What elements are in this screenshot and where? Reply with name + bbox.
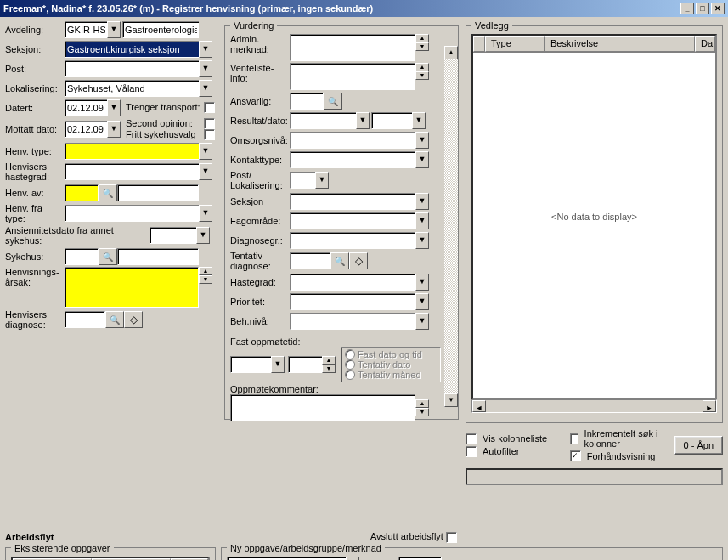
seksjon-dropdown-button[interactable]: ▼	[199, 41, 212, 58]
fastopp-date-input[interactable]	[230, 356, 271, 373]
fastopp-time-down[interactable]: ▼	[322, 365, 336, 373]
resultat-dropdown-button[interactable]: ▼	[356, 112, 370, 129]
henvtype-dropdown-button[interactable]: ▼	[199, 143, 212, 160]
diagnose-code-input[interactable]	[65, 311, 105, 328]
prioritet-input[interactable]	[290, 293, 415, 310]
mottatt-dropdown-button[interactable]: ▼	[107, 121, 121, 138]
tentativ-clear-button[interactable]	[349, 252, 368, 269]
vedlegg-hscrollbar[interactable]: ◄ ►	[471, 399, 717, 413]
avdeling-code-input[interactable]	[65, 21, 107, 38]
sykehus-code-input[interactable]	[65, 248, 99, 265]
fagomrade-dropdown-button[interactable]: ▼	[415, 212, 429, 229]
lokalisering-input[interactable]	[65, 80, 199, 97]
col-beskrivelse-header[interactable]: Beskrivelse	[545, 36, 695, 52]
henvfratype-dropdown-button[interactable]: ▼	[199, 205, 212, 222]
hastegrad2-input[interactable]	[290, 274, 415, 291]
tentdato-radio[interactable]	[345, 359, 355, 370]
arsak-up-button[interactable]: ▲	[199, 267, 212, 275]
avdeling-code-dropdown-button[interactable]: ▼	[107, 21, 121, 38]
maximize-button[interactable]: □	[696, 3, 709, 14]
henvfratype-input[interactable]	[65, 205, 199, 222]
kolonneliste-checkbox[interactable]	[466, 433, 477, 444]
hastegrad2-dropdown-button[interactable]: ▼	[415, 274, 429, 291]
transport-checkbox[interactable]	[204, 102, 215, 113]
arsak-textarea[interactable]	[65, 267, 199, 308]
col-type-header[interactable]: Type	[485, 36, 545, 52]
tentmaned-radio[interactable]	[345, 370, 355, 380]
behniva-dropdown-button[interactable]: ▼	[415, 313, 429, 330]
oppkommentar-textarea[interactable]	[230, 394, 415, 421]
mottatt-input[interactable]	[65, 121, 107, 138]
omsorg-dropdown-button[interactable]: ▼	[415, 132, 429, 149]
post-input[interactable]	[65, 60, 199, 77]
omsorg-input[interactable]	[290, 132, 415, 149]
henvav-code-input[interactable]	[65, 184, 99, 201]
tentativ-search-button[interactable]	[330, 252, 349, 269]
avslutt-checkbox[interactable]	[446, 532, 457, 543]
vente-up-button[interactable]: ▲	[415, 63, 429, 71]
grid-corner-cell[interactable]	[473, 36, 485, 52]
ansienn-input[interactable]	[150, 227, 196, 244]
postlok-input[interactable]	[290, 172, 315, 189]
hscroll-left-button[interactable]: ◄	[472, 400, 486, 412]
post-dropdown-button[interactable]: ▼	[199, 60, 212, 77]
visfra-dropdown-button[interactable]: ▼	[441, 557, 454, 560]
diagnose-search-button[interactable]	[105, 311, 124, 328]
apne-button[interactable]: 0 - Åpn	[674, 436, 723, 455]
datert-dropdown-button[interactable]: ▼	[107, 99, 121, 116]
resultat-input[interactable]	[290, 112, 356, 129]
hastegrad-dropdown-button[interactable]: ▼	[199, 163, 212, 180]
datert-input[interactable]	[65, 99, 107, 116]
henvtype-input[interactable]	[65, 143, 199, 160]
hastegrad-input[interactable]	[65, 163, 199, 180]
fagomrade-input[interactable]	[290, 212, 415, 229]
avdeling-name-input[interactable]	[122, 21, 199, 38]
ny-oppgave-dropdown-button[interactable]: ▼	[346, 557, 359, 560]
seksjon2-input[interactable]	[290, 193, 415, 210]
second-opinion-checkbox[interactable]	[204, 118, 215, 129]
diagnose-clear-button[interactable]	[124, 311, 143, 328]
lokalisering-dropdown-button[interactable]: ▼	[199, 80, 212, 97]
scroll-down-button[interactable]: ▼	[444, 393, 458, 407]
tentativ-input[interactable]	[290, 252, 330, 269]
ny-oppgave-input[interactable]	[227, 557, 346, 560]
visfra-input[interactable]	[398, 557, 441, 560]
scroll-up-button[interactable]: ▲	[444, 46, 458, 59]
col-da-header[interactable]: Da	[695, 36, 715, 52]
behniva-input[interactable]	[290, 313, 415, 330]
inkrementelt-checkbox[interactable]	[570, 433, 578, 444]
vente-down-button[interactable]: ▼	[415, 71, 429, 80]
ansienn-dropdown-button[interactable]: ▼	[196, 227, 210, 244]
hscroll-right-button[interactable]: ►	[703, 400, 716, 412]
admin-up-button[interactable]: ▲	[415, 34, 429, 42]
fastopp-date-dropdown-button[interactable]: ▼	[271, 356, 285, 373]
fastopp-time-input[interactable]	[288, 356, 322, 373]
autofilter-checkbox[interactable]	[466, 446, 477, 457]
sykehus-name-input[interactable]	[117, 248, 199, 265]
kontakt-dropdown-button[interactable]: ▼	[415, 151, 429, 168]
fastopp-time-up[interactable]: ▲	[322, 356, 336, 365]
vente-textarea[interactable]	[290, 63, 415, 90]
sykehus-search-button[interactable]	[99, 248, 117, 265]
arsak-down-button[interactable]: ▼	[199, 275, 212, 284]
resultat-date-dropdown-button[interactable]: ▼	[412, 112, 426, 129]
henvav-search-button[interactable]	[99, 184, 117, 201]
henvav-name-input[interactable]	[117, 184, 199, 201]
kontakt-input[interactable]	[290, 151, 415, 168]
ansvarlig-search-button[interactable]	[324, 93, 342, 110]
seksjon2-dropdown-button[interactable]: ▼	[415, 193, 429, 210]
resultat-date-input[interactable]	[371, 112, 412, 129]
oppkom-up-button[interactable]: ▲	[415, 399, 429, 408]
eksisterende-grid[interactable]: Type Arbeidsgruppe Utført? <No data to d…	[11, 557, 210, 560]
diagnosegr-input[interactable]	[290, 232, 415, 249]
fritt-checkbox[interactable]	[204, 129, 215, 140]
seksjon-input[interactable]	[65, 41, 199, 58]
oppkom-down-button[interactable]: ▼	[415, 408, 429, 416]
close-button[interactable]: ✕	[711, 3, 725, 14]
vurdering-scrollbar[interactable]: ▲ ▼	[444, 46, 458, 407]
fastdato-radio[interactable]	[345, 349, 355, 359]
diagnosegr-dropdown-button[interactable]: ▼	[415, 232, 429, 249]
postlok-dropdown-button[interactable]: ▼	[315, 172, 329, 189]
minimize-button[interactable]: _	[680, 3, 694, 14]
admin-textarea[interactable]	[290, 34, 415, 61]
